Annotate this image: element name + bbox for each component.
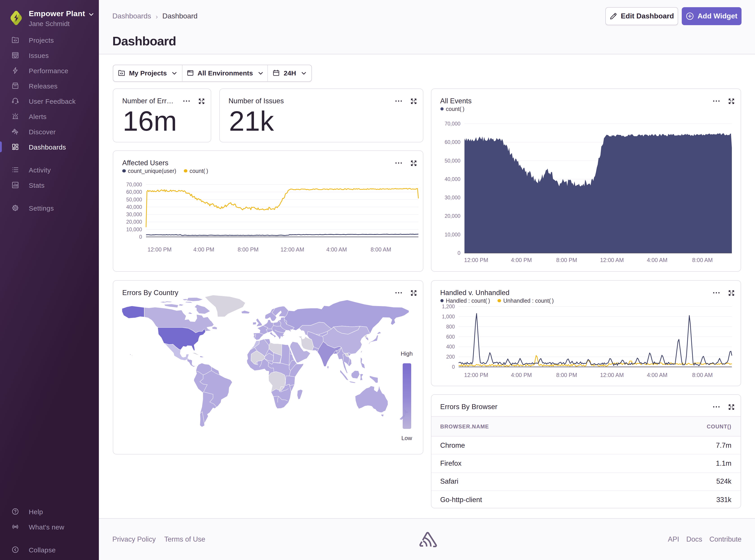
svg-text:12:00 PM: 12:00 PM <box>148 246 171 253</box>
svg-text:400: 400 <box>446 344 454 349</box>
svg-text:12:00 PM: 12:00 PM <box>464 372 488 378</box>
svg-text:1,000: 1,000 <box>442 314 454 320</box>
svg-text:0: 0 <box>452 364 454 370</box>
svg-text:30,000: 30,000 <box>444 195 460 201</box>
svg-text:4:00 AM: 4:00 AM <box>647 372 667 378</box>
svg-text:0: 0 <box>457 250 460 256</box>
svg-text:200: 200 <box>446 354 454 360</box>
svg-text:12:00 PM: 12:00 PM <box>464 257 488 263</box>
svg-text:4:00 PM: 4:00 PM <box>193 246 214 253</box>
svg-text:4:00 AM: 4:00 AM <box>647 257 667 263</box>
svg-text:8:00 AM: 8:00 AM <box>370 246 391 253</box>
svg-text:50,000: 50,000 <box>444 158 460 164</box>
svg-text:12:00 AM: 12:00 AM <box>600 257 623 263</box>
svg-text:4:00 PM: 4:00 PM <box>511 372 531 378</box>
svg-text:8:00 AM: 8:00 AM <box>692 372 713 378</box>
svg-text:12:00 AM: 12:00 AM <box>600 372 623 378</box>
svg-text:8:00 AM: 8:00 AM <box>692 257 713 263</box>
svg-text:20,000: 20,000 <box>444 213 460 219</box>
svg-text:60,000: 60,000 <box>444 139 460 145</box>
svg-text:8:00 PM: 8:00 PM <box>556 257 577 263</box>
svg-text:4:00 AM: 4:00 AM <box>326 246 347 253</box>
svg-text:70,000: 70,000 <box>126 182 142 187</box>
svg-text:1,200: 1,200 <box>442 304 454 309</box>
svg-text:8:00 PM: 8:00 PM <box>556 372 577 378</box>
svg-text:10,000: 10,000 <box>444 232 460 238</box>
svg-text:70,000: 70,000 <box>444 121 460 127</box>
svg-text:10,000: 10,000 <box>126 226 142 233</box>
svg-text:40,000: 40,000 <box>444 176 460 182</box>
svg-text:12:00 AM: 12:00 AM <box>280 246 304 253</box>
svg-text:40,000: 40,000 <box>126 204 142 210</box>
svg-text:30,000: 30,000 <box>126 212 142 217</box>
svg-text:0: 0 <box>139 234 142 240</box>
svg-text:4:00 PM: 4:00 PM <box>511 257 531 263</box>
svg-text:800: 800 <box>446 324 454 329</box>
svg-text:60,000: 60,000 <box>126 189 142 195</box>
svg-text:600: 600 <box>446 334 454 340</box>
svg-text:8:00 PM: 8:00 PM <box>237 246 258 253</box>
svg-text:20,000: 20,000 <box>126 219 142 225</box>
svg-text:50,000: 50,000 <box>126 197 142 202</box>
